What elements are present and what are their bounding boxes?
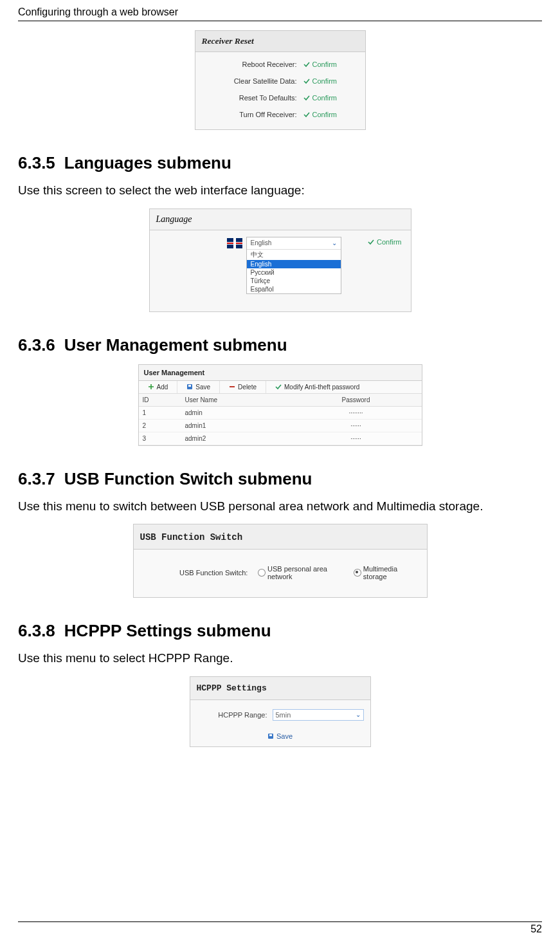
reset-defaults-row: Reset To Defaults: Confirm: [195, 89, 365, 106]
usb-panel-title: USB Function Switch: [134, 524, 427, 550]
usb-function-screenshot: USB Function Switch USB Function Switch:…: [133, 524, 428, 598]
svg-rect-1: [188, 385, 191, 387]
turn-off-receiver-row: Turn Off Receiver: Confirm: [195, 106, 365, 123]
hcppp-title: HCPPP Settings: [190, 677, 370, 700]
user-management-title: User Management: [139, 365, 422, 381]
usb-pan-radio[interactable]: [258, 569, 266, 577]
user-management-toolbar: Add Save Delete Modify Anti-theft passwo…: [139, 381, 422, 394]
table-row[interactable]: 2 admin1 ······: [139, 420, 422, 432]
page-number: 52: [18, 921, 542, 935]
turn-off-receiver-confirm[interactable]: Confirm: [303, 111, 338, 118]
reset-defaults-label: Reset To Defaults:: [195, 94, 303, 102]
language-dropdown[interactable]: English ⌄ 中文 English Русский Türkçe Espa…: [246, 237, 341, 294]
turn-off-receiver-label: Turn Off Receiver:: [195, 111, 303, 118]
hcppp-range-value: 5min: [276, 711, 291, 719]
svg-rect-4: [269, 734, 272, 736]
hcppp-range-label: HCPPP Range:: [197, 711, 273, 719]
user-management-screenshot: User Management Add Save Delete Modify A…: [138, 364, 422, 446]
clear-satellite-label: Clear Satellite Data:: [195, 77, 303, 85]
delete-button[interactable]: Delete: [220, 381, 266, 393]
uk-flag-icon: [227, 238, 242, 248]
reset-defaults-confirm[interactable]: Confirm: [303, 94, 338, 102]
lang-option[interactable]: English: [247, 260, 341, 268]
lang-option[interactable]: Русский: [247, 268, 341, 277]
receiver-reset-screenshot: Receiver Reset Reboot Receiver: Confirm …: [195, 30, 366, 130]
lang-option[interactable]: Türkçe: [247, 277, 341, 285]
user-table-header: ID User Name Password: [139, 394, 422, 407]
multimedia-storage-radio[interactable]: [354, 569, 361, 577]
language-confirm[interactable]: Confirm: [368, 238, 402, 246]
svg-rect-2: [230, 386, 235, 387]
receiver-reset-title: Receiver Reset: [195, 31, 365, 52]
minus-icon: [229, 384, 235, 390]
lang-option[interactable]: 中文: [247, 250, 341, 260]
save-icon: [267, 733, 274, 739]
heading-6-3-5: 6.3.5Languages submenu: [18, 153, 542, 173]
chevron-down-icon: ⌄: [332, 239, 337, 246]
check-icon: [303, 111, 310, 118]
reboot-receiver-row: Reboot Receiver: Confirm: [195, 56, 365, 73]
table-row[interactable]: 1 admin ········: [139, 407, 422, 420]
clear-satellite-row: Clear Satellite Data: Confirm: [195, 73, 365, 89]
chevron-down-icon: ⌄: [356, 711, 361, 718]
heading-6-3-8: 6.3.8HCPPP Settings submenu: [18, 621, 542, 641]
usb-switch-label: USB Function Switch:: [140, 569, 255, 577]
modify-password-button[interactable]: Modify Anti-theft password: [266, 381, 422, 393]
plus-icon: [148, 384, 154, 390]
multimedia-storage-option: Multimedia storage: [363, 565, 420, 580]
paragraph-6-3-8: Use this menu to select HCPPP Range.: [18, 650, 542, 667]
paragraph-6-3-7: Use this menu to switch between USB pers…: [18, 498, 542, 515]
language-panel-title: Language: [150, 209, 411, 230]
check-icon: [303, 61, 310, 68]
hcppp-screenshot: HCPPP Settings HCPPP Range: 5min ⌄ Save: [190, 676, 371, 747]
table-row[interactable]: 3 admin2 ······: [139, 432, 422, 445]
paragraph-6-3-5: Use this screen to select the web interf…: [18, 182, 542, 199]
add-button[interactable]: Add: [139, 381, 178, 393]
heading-6-3-7: 6.3.7USB Function Switch submenu: [18, 469, 542, 489]
check-icon: [303, 95, 310, 101]
usb-pan-option: USB personal area network: [267, 565, 350, 580]
check-icon: [368, 239, 374, 245]
reboot-receiver-confirm[interactable]: Confirm: [303, 60, 338, 68]
language-selected: English: [251, 239, 272, 246]
heading-6-3-6: 6.3.6User Management submenu: [18, 335, 542, 355]
col-username: User Name: [181, 394, 291, 406]
clear-satellite-confirm[interactable]: Confirm: [303, 77, 338, 85]
save-button[interactable]: Save: [177, 381, 220, 393]
lang-option[interactable]: Español: [247, 285, 341, 293]
running-header: Configuring through a web browser: [18, 6, 542, 21]
col-id: ID: [139, 394, 181, 406]
save-icon: [186, 384, 193, 390]
hcppp-save-button[interactable]: Save: [197, 732, 364, 740]
reboot-receiver-label: Reboot Receiver:: [195, 60, 303, 68]
check-icon: [303, 78, 310, 84]
hcppp-range-select[interactable]: 5min ⌄: [273, 709, 364, 721]
language-screenshot: Language English ⌄ 中文 English Русский Tü…: [149, 208, 411, 312]
col-password: Password: [291, 394, 422, 406]
check-icon: [275, 384, 282, 390]
